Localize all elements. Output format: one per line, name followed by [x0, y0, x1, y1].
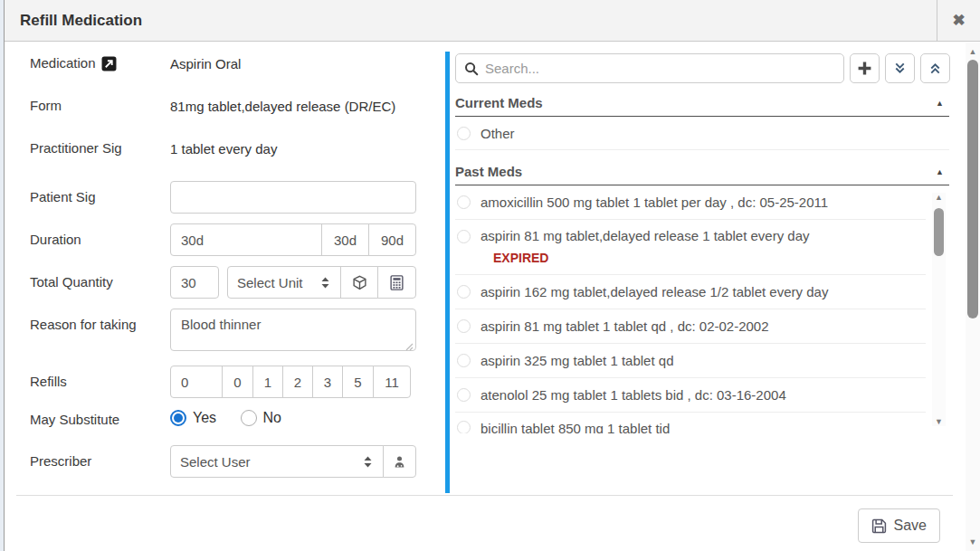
- sort-icon: [319, 276, 331, 290]
- total-quantity-input[interactable]: [170, 266, 219, 299]
- duration-label: Duration: [30, 230, 170, 250]
- duration-input[interactable]: [170, 223, 322, 256]
- search-input[interactable]: [485, 61, 835, 76]
- practitioner-sig-value: 1 tablet every day: [170, 141, 277, 157]
- medication-value: Aspirin Oral: [170, 56, 241, 71]
- refills-preset-5-button[interactable]: 5: [342, 366, 374, 398]
- past-meds-title: Past Meds: [455, 164, 522, 179]
- radio[interactable]: [457, 127, 471, 140]
- radio[interactable]: [457, 195, 471, 209]
- list-item-other[interactable]: Other: [455, 117, 949, 150]
- doctor-user-icon: [393, 455, 406, 469]
- radio[interactable]: [457, 319, 471, 333]
- floppy-save-icon: [871, 518, 887, 534]
- list-item[interactable]: aspirin 325 mg tablet 1 tablet qd: [455, 344, 926, 378]
- scroll-up-icon[interactable]: ▲: [966, 47, 980, 56]
- collapse-caret-icon[interactable]: ▲: [936, 99, 944, 108]
- radio[interactable]: [457, 388, 471, 402]
- substitute-no-option[interactable]: No: [241, 410, 281, 426]
- search-box[interactable]: [455, 53, 844, 83]
- refills-preset-2-button[interactable]: 2: [282, 366, 313, 398]
- sort-icon: [362, 455, 374, 469]
- search-icon: [464, 62, 479, 76]
- refills-preset-3-button[interactable]: 3: [312, 366, 343, 398]
- patient-sig-input[interactable]: [170, 181, 416, 214]
- patient-sig-label: Patient Sig: [30, 187, 170, 207]
- radio[interactable]: [457, 421, 471, 433]
- past-meds-header[interactable]: Past Meds ▲: [455, 164, 949, 185]
- dialog-scrollbar[interactable]: ▲ ▼: [966, 43, 980, 551]
- prescriber-label: Prescriber: [30, 451, 170, 471]
- angles-up-icon: [928, 62, 942, 75]
- substitute-yes-option[interactable]: Yes: [170, 410, 216, 426]
- radio[interactable]: [457, 285, 471, 299]
- dialog-body: Medication Aspirin Oral Form 81mg tablet…: [5, 42, 980, 551]
- radio-yes[interactable]: [170, 410, 186, 426]
- dialog-header: Refill Medication ✖: [5, 0, 980, 42]
- scrollbar-thumb[interactable]: [934, 208, 944, 256]
- total-quantity-label: Total Quantity: [30, 272, 170, 292]
- list-item[interactable]: aspirin 81 mg tablet,delayed release 1 t…: [455, 220, 926, 275]
- form-value: 81mg tablet,delayed release (DR/EC): [170, 99, 395, 114]
- medication-label: Medication: [30, 53, 170, 73]
- drug-lookup-button[interactable]: [340, 266, 378, 299]
- reason-textarea[interactable]: Blood thinner: [170, 309, 416, 351]
- unit-select[interactable]: Select Unit: [227, 266, 341, 299]
- medication-history-panel: Current Meds ▲ Other Past Meds ▲ amoxici…: [455, 53, 949, 551]
- may-substitute-label: May Substitute: [30, 410, 170, 430]
- refill-form: Medication Aspirin Oral Form 81mg tablet…: [30, 53, 423, 551]
- refills-preset-0-button[interactable]: 0: [222, 366, 253, 398]
- list-item[interactable]: aspirin 162 mg tablet,delayed release 1/…: [455, 275, 926, 309]
- expired-badge: EXPIRED: [493, 251, 810, 265]
- footer-divider: [16, 495, 953, 496]
- radio-no[interactable]: [241, 410, 257, 426]
- dialog-title: Refill Medication: [5, 12, 142, 30]
- scroll-down-icon[interactable]: ▼: [966, 537, 980, 546]
- scroll-up-icon[interactable]: ▲: [932, 193, 946, 202]
- list-item[interactable]: aspirin 81 mg tablet 1 tablet qd , dc: 0…: [455, 309, 926, 344]
- list-item[interactable]: bicillin tablet 850 mg 1 tablet tid: [455, 413, 926, 433]
- list-item[interactable]: amoxicillin 500 mg tablet 1 tablet per d…: [455, 185, 926, 220]
- calculator-icon: [390, 275, 404, 290]
- refills-input[interactable]: [170, 366, 223, 398]
- calculate-quantity-button[interactable]: [377, 266, 416, 299]
- save-button[interactable]: Save: [858, 508, 940, 543]
- external-link-icon[interactable]: [101, 56, 117, 71]
- collapse-caret-icon[interactable]: ▲: [936, 167, 944, 176]
- radio[interactable]: [457, 354, 471, 367]
- radio[interactable]: [457, 230, 471, 243]
- current-meds-header[interactable]: Current Meds ▲: [455, 95, 949, 117]
- refills-preset-1-button[interactable]: 1: [252, 366, 283, 398]
- scrollbar-thumb[interactable]: [967, 60, 978, 318]
- prescriber-select[interactable]: Select User: [170, 445, 384, 478]
- expand-all-button[interactable]: [885, 53, 915, 83]
- list-scrollbar[interactable]: ▲ ▼: [932, 193, 946, 426]
- plus-icon: [857, 61, 872, 76]
- resize-handle[interactable]: [405, 343, 414, 351]
- refills-label: Refills: [30, 372, 170, 392]
- panel-divider: [445, 52, 450, 493]
- reason-label: Reason for taking: [30, 309, 170, 335]
- collapse-all-button[interactable]: [920, 53, 950, 83]
- refills-preset-11-button[interactable]: 11: [373, 366, 411, 398]
- cube-icon: [352, 275, 367, 290]
- add-medication-button[interactable]: [850, 53, 880, 83]
- angles-down-icon: [893, 62, 907, 75]
- close-button[interactable]: ✖: [937, 0, 980, 41]
- duration-preset-90d-button[interactable]: 90d: [368, 223, 416, 256]
- past-meds-list: amoxicillin 500 mg tablet 1 tablet per d…: [455, 185, 949, 433]
- current-meds-title: Current Meds: [455, 95, 543, 110]
- close-icon: ✖: [952, 11, 965, 30]
- form-label: Form: [30, 96, 170, 116]
- refill-medication-dialog: Refill Medication ✖ Medication Aspirin O…: [4, 0, 980, 551]
- practitioner-sig-label: Practitioner Sig: [30, 138, 170, 158]
- list-item[interactable]: atenolol 25 mg tablet 1 tablets bid , dc…: [455, 378, 926, 413]
- duration-preset-30d-button[interactable]: 30d: [321, 223, 369, 256]
- scroll-down-icon[interactable]: ▼: [932, 417, 946, 426]
- select-provider-button[interactable]: [383, 445, 416, 478]
